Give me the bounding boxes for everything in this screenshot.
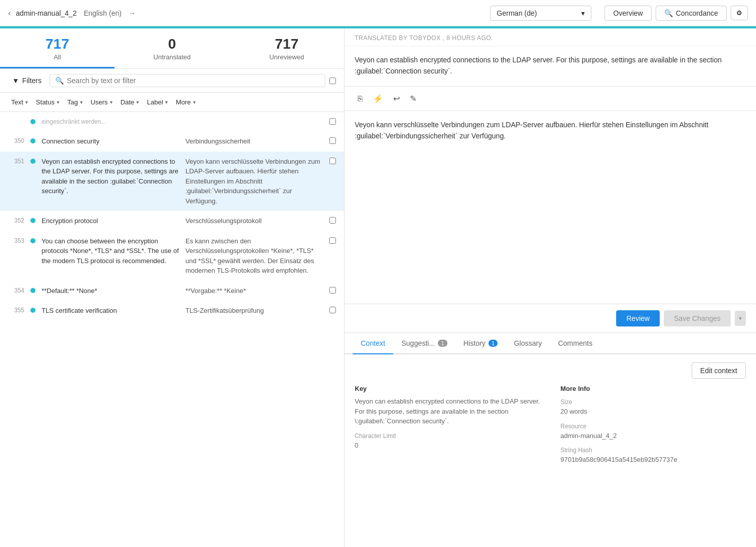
special-chars-icon: ✎ [410, 94, 417, 103]
stat-all-label: All [54, 53, 61, 61]
select-all-checkbox[interactable] [329, 78, 336, 84]
tab-context[interactable]: Context [353, 333, 393, 354]
tab-history[interactable]: History 1 [456, 333, 506, 354]
row-checkbox[interactable] [329, 158, 336, 164]
arrow-separator: → [129, 9, 136, 17]
copy-source-button[interactable]: ⎘ [353, 91, 368, 106]
special-chars-button[interactable]: ✎ [405, 91, 422, 106]
back-button[interactable]: ‹ [8, 9, 11, 18]
copy-icon: ⎘ [358, 94, 363, 103]
status-dot [30, 238, 35, 243]
context-content: Edit context Key Veyon can establish enc… [345, 354, 756, 547]
tab-glossary[interactable]: Glossary [506, 333, 550, 354]
chevron-down-icon: ▾ [25, 99, 28, 105]
stat-unreviewed-label: Unreviewed [269, 53, 304, 61]
list-row[interactable]: 355 TLS certificate verification TLS-Zer… [0, 301, 344, 321]
bolt-icon: ⚡ [373, 94, 383, 103]
top-nav-actions: Overview 🔍 Concordance ⚙ [604, 6, 748, 21]
translation-meta: TRANSLATED BY TOBYDOX , 8 HOURS AGO. [345, 28, 756, 46]
source-text-display: Veyon can establish encrypted connection… [345, 46, 756, 87]
source-text-content: Veyon can establish encrypted connection… [355, 56, 722, 75]
undo-icon: ↩ [393, 94, 400, 103]
search-input[interactable] [67, 77, 320, 85]
row-checkbox[interactable] [329, 137, 336, 144]
editor-actions: Review Save Changes ▾ [345, 304, 756, 333]
tag-filter[interactable]: Tag ▾ [64, 97, 86, 107]
concordance-label: Concordance [676, 9, 718, 17]
tab-comments-label: Comments [558, 339, 592, 347]
list-row[interactable]: 353 You can choose between the encryptio… [0, 231, 344, 281]
label-filter-label: Label [147, 98, 163, 106]
size-value: 20 words [560, 407, 746, 417]
character-limit-value: 0 [355, 441, 540, 451]
text-filter[interactable]: Text ▾ [8, 97, 31, 107]
left-panel: 717 All 0 Untranslated 717 Unreviewed ▼ … [0, 28, 345, 547]
status-dot [30, 218, 35, 223]
users-filter-label: Users [91, 98, 108, 106]
stat-unreviewed-number: 717 [275, 36, 298, 52]
save-dropdown-button[interactable]: ▾ [735, 311, 746, 326]
top-nav: ‹ admin-manual_4_2 English (en) → German… [0, 0, 756, 26]
row-number: 351 [8, 158, 24, 165]
tab-suggestions[interactable]: Suggesti... 1 [393, 333, 455, 354]
stats-bar: 717 All 0 Untranslated 717 Unreviewed [0, 28, 344, 69]
row-translation-text: Veyon kann verschlüsselte Verbindungen z… [185, 157, 323, 206]
label-filter[interactable]: Label ▾ [144, 97, 171, 107]
status-filter[interactable]: Status ▾ [33, 97, 62, 107]
list-row-selected[interactable]: 351 Veyon can establish encrypted connec… [0, 152, 344, 211]
undo-button[interactable]: ↩ [388, 91, 405, 106]
translation-editor[interactable]: Veyon kann verschlüsselte Verbindungen z… [345, 111, 756, 304]
edit-context-button[interactable]: Edit context [692, 362, 746, 379]
concordance-button[interactable]: 🔍 Concordance [656, 6, 727, 21]
row-checkbox[interactable] [329, 217, 336, 224]
row-translation-text: Verschlüsselungsprotokoll [185, 216, 323, 226]
list-row[interactable]: 354 **Default:** *None* **Vorgabe:** *Ke… [0, 281, 344, 301]
stat-all[interactable]: 717 All [0, 28, 115, 68]
more-filter[interactable]: More ▾ [173, 97, 199, 107]
row-source-text: Encryption protocol [42, 216, 179, 226]
chevron-down-icon: ▾ [739, 315, 742, 322]
resource-label: Resource [560, 423, 746, 430]
save-changes-button[interactable]: Save Changes [664, 310, 731, 326]
status-filter-label: Status [36, 98, 55, 106]
overview-button[interactable]: Overview [604, 6, 651, 21]
filters-button[interactable]: ▼ Filters [8, 75, 46, 87]
stat-untranslated[interactable]: 0 Untranslated [115, 28, 229, 68]
list-row[interactable]: eingeschränkt werden... [0, 112, 344, 131]
users-filter[interactable]: Users ▾ [88, 97, 116, 107]
row-source-text: Veyon can establish encrypted connection… [42, 157, 179, 196]
review-button[interactable]: Review [616, 310, 660, 326]
tab-context-label: Context [361, 339, 385, 347]
row-checkbox[interactable] [329, 118, 336, 125]
date-filter[interactable]: Date ▾ [118, 97, 142, 107]
row-translation-text: Es kann zwischen den Verschlüsselungspro… [185, 236, 323, 276]
settings-button[interactable]: ⚙ [731, 6, 748, 20]
context-key-section: Key Veyon can establish encrypted connec… [355, 385, 540, 465]
tab-comments[interactable]: Comments [550, 333, 600, 354]
target-language-select[interactable]: German (de) ▾ [490, 6, 591, 21]
list-row[interactable]: 352 Encryption protocol Verschlüsselungs… [0, 211, 344, 231]
stat-unreviewed[interactable]: 717 Unreviewed [230, 28, 344, 68]
row-number: 352 [8, 217, 24, 224]
tab-suggestions-badge: 1 [438, 340, 447, 347]
search-box: 🔍 [50, 74, 325, 87]
row-checkbox[interactable] [329, 307, 336, 313]
translation-list: eingeschränkt werden... 350 Connection s… [0, 112, 344, 547]
text-filter-label: Text [11, 98, 23, 106]
chevron-down-icon: ▾ [80, 99, 83, 105]
row-source-text: eingeschränkt werden... [42, 117, 179, 126]
list-row[interactable]: 350 Connection security Verbindungssiche… [0, 131, 344, 152]
stat-untranslated-label: Untranslated [154, 53, 191, 61]
auto-translate-button[interactable]: ⚡ [368, 91, 388, 106]
row-checkbox[interactable] [329, 237, 336, 244]
resource-value: admin-manual_4_2 [560, 431, 746, 441]
character-limit-label: Character Limit [355, 432, 540, 440]
row-checkbox[interactable] [329, 287, 336, 294]
filter-icon: ▼ [12, 77, 19, 85]
gear-icon: ⚙ [736, 9, 742, 17]
translated-by-label: TRANSLATED BY TOBYDOX , 8 HOURS AGO. [355, 34, 493, 42]
row-number: 355 [8, 307, 24, 314]
right-panel: TRANSLATED BY TOBYDOX , 8 HOURS AGO. Vey… [345, 28, 756, 547]
stat-untranslated-number: 0 [168, 36, 176, 52]
size-label: Size [560, 398, 746, 406]
